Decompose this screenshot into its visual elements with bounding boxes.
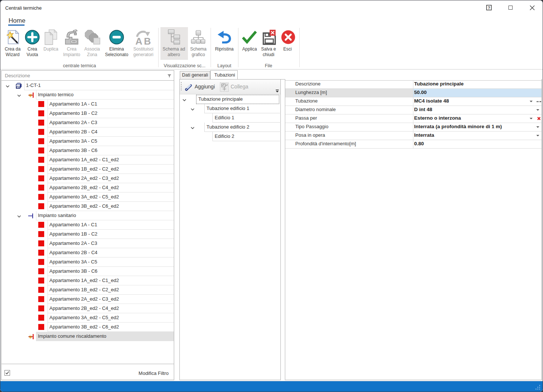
- svg-text:A: A: [136, 36, 143, 46]
- svg-text:B: B: [144, 36, 151, 46]
- svg-text:?: ?: [488, 6, 490, 10]
